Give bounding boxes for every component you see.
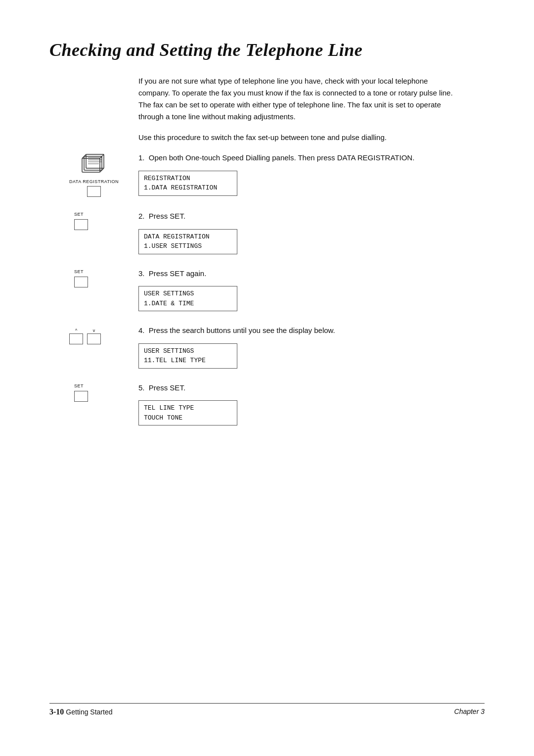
step-4-display: USER SETTINGS 11.TEL LINE TYPE xyxy=(138,343,237,369)
page-title: Checking and Setting the Telephone Line xyxy=(49,40,485,60)
step-3-text: 3. Press SET again. xyxy=(138,268,485,280)
step-2-content: 2. Press SET. DATA REGISTRATION 1.USER S… xyxy=(138,211,485,254)
step-4-text: 4. Press the search buttons until you se… xyxy=(138,325,485,336)
step-4-icon-area: ^ v xyxy=(49,325,138,344)
step-1-content: 1. Open both One-touch Speed Dialling pa… xyxy=(138,152,485,196)
step-5-display: TEL LINE TYPE TOUCH TONE xyxy=(138,400,237,425)
page-footer: 3-10 Getting Started Chapter 3 xyxy=(49,703,485,716)
caret-down-label: v xyxy=(93,328,95,333)
step-5-text: 5. Press SET. xyxy=(138,382,485,394)
step-5-content: 5. Press SET. TEL LINE TYPE TOUCH TONE xyxy=(138,382,485,426)
step-1-display: REGISTRATION 1.DATA REGISTRATION xyxy=(138,171,237,196)
footer-section-name: Getting Started xyxy=(66,708,112,716)
search-buttons-area: ^ v xyxy=(69,328,101,344)
set-button-3[interactable] xyxy=(74,277,88,287)
data-reg-label: DATA REGISTRATION xyxy=(69,179,119,184)
step-2-display: DATA REGISTRATION 1.USER SETTINGS xyxy=(138,229,237,254)
step-1-text: 1. Open both One-touch Speed Dialling pa… xyxy=(138,152,485,164)
book-svg-icon xyxy=(80,153,108,177)
step-3-display: USER SETTINGS 1.DATE & TIME xyxy=(138,286,237,311)
set-label-3: SET xyxy=(74,269,84,274)
page: Checking and Setting the Telephone Line … xyxy=(0,0,534,756)
set-button-2[interactable] xyxy=(74,219,88,230)
search-up-button[interactable] xyxy=(69,333,83,344)
step-5-icon-area: SET xyxy=(49,382,138,402)
steps-container: DATA REGISTRATION 1. Open both One-touch… xyxy=(49,152,485,425)
step-4: ^ v 4. Press the search buttons until yo… xyxy=(49,325,485,369)
intro-paragraph-1: If you are not sure what type of telepho… xyxy=(138,75,455,123)
step-1: DATA REGISTRATION 1. Open both One-touch… xyxy=(49,152,485,197)
intro-paragraph-2: Use this procedure to switch the fax set… xyxy=(138,132,455,143)
step-2: SET 2. Press SET. DATA REGISTRATION 1.US… xyxy=(49,211,485,254)
step-3-content: 3. Press SET again. USER SETTINGS 1.DATE… xyxy=(138,268,485,312)
footer-right: Chapter 3 xyxy=(454,708,485,716)
step-3-icon-area: SET xyxy=(49,268,138,287)
footer-left: 3-10 Getting Started xyxy=(49,708,113,716)
set-label-5: SET xyxy=(74,383,84,388)
step-3: SET 3. Press SET again. USER SETTINGS 1.… xyxy=(49,268,485,312)
search-down-button[interactable] xyxy=(87,333,101,344)
step-4-content: 4. Press the search buttons until you se… xyxy=(138,325,485,369)
step-1-icon-area: DATA REGISTRATION xyxy=(49,152,138,197)
data-registration-icon: DATA REGISTRATION xyxy=(69,153,119,184)
data-reg-button[interactable] xyxy=(87,186,101,197)
step-2-icon-area: SET xyxy=(49,211,138,230)
caret-up-label: ^ xyxy=(75,328,77,333)
set-label-2: SET xyxy=(74,212,84,217)
step-2-text: 2. Press SET. xyxy=(138,211,485,222)
set-button-5[interactable] xyxy=(74,391,88,402)
footer-page-number: 3-10 xyxy=(49,708,64,716)
step-5: SET 5. Press SET. TEL LINE TYPE TOUCH TO… xyxy=(49,382,485,426)
